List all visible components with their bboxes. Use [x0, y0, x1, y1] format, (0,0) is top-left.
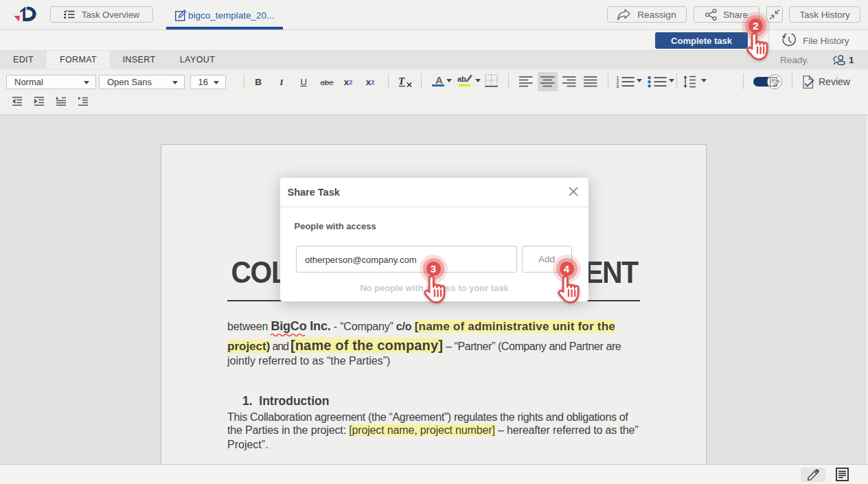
svg-text:3: 3: [617, 84, 619, 88]
svg-text:T: T: [398, 76, 405, 87]
svg-text:ab: ab: [457, 75, 466, 83]
